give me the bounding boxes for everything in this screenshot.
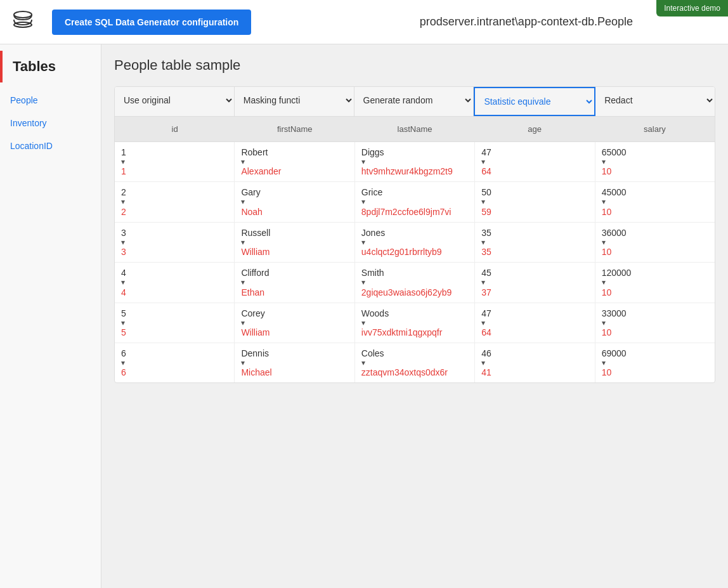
sidebar-tables-header: Tables bbox=[0, 51, 101, 82]
sidebar-item-people[interactable]: People bbox=[0, 89, 101, 112]
svg-point-0 bbox=[14, 11, 32, 18]
original-salary-row3: 36000 bbox=[602, 228, 627, 238]
dropdown-generate-random[interactable]: Generate random bbox=[354, 87, 474, 116]
original-lastName-row2: Grice bbox=[361, 187, 382, 197]
interactive-demo-badge: Interactive demo bbox=[656, 0, 728, 16]
data-cell-lastName-row4: Smith▾2giqeu3waiaso6j62yb9 bbox=[355, 263, 475, 302]
original-lastName-row1: Diggs bbox=[361, 147, 384, 157]
data-cell-firstName-row3: Russell▾William bbox=[235, 223, 354, 262]
arrow-lastName-row5: ▾ bbox=[361, 318, 365, 327]
masked-firstName-row5: William bbox=[241, 327, 270, 337]
dropdown-use-original[interactable]: Use original bbox=[115, 87, 235, 116]
data-cell-lastName-row5: Woods▾ivv75xdktmi1qgxpqfr bbox=[355, 303, 475, 343]
data-cell-lastName-row1: Diggs▾htv9mhzwur4kbgzm2t9 bbox=[355, 142, 475, 181]
data-cell-age-row1: 47▾64 bbox=[475, 142, 595, 181]
column-headers: id firstName lastName age salary bbox=[115, 117, 715, 142]
data-cell-firstName-row6: Dennis▾Michael bbox=[235, 343, 354, 382]
original-salary-row5: 33000 bbox=[602, 308, 627, 318]
top-bar: Create SQL Data Generator configuration … bbox=[0, 0, 728, 44]
masked-id-row2: 2 bbox=[121, 207, 126, 217]
data-cell-salary-row5: 33000▾10 bbox=[595, 303, 715, 343]
original-lastName-row6: Coles bbox=[361, 348, 384, 358]
sidebar-item-locationid[interactable]: LocationID bbox=[0, 134, 101, 157]
data-cell-lastName-row6: Coles▾zztaqvm34oxtqs0dx6r bbox=[355, 343, 475, 382]
original-age-row3: 35 bbox=[481, 228, 491, 238]
masked-lastName-row4: 2giqeu3waiaso6j62yb9 bbox=[361, 287, 452, 297]
data-cell-id-row2: 2▾2 bbox=[115, 182, 235, 221]
data-cell-id-row3: 3▾3 bbox=[115, 223, 235, 262]
original-firstName-row3: Russell bbox=[241, 228, 270, 238]
masked-id-row1: 1 bbox=[121, 166, 126, 176]
logo-icon bbox=[13, 10, 33, 34]
dropdown-statistic-equivale[interactable]: Statistic equivale bbox=[474, 87, 595, 116]
data-cell-lastName-row3: Jones▾u4clqct2g01rbrrltyb9 bbox=[355, 223, 475, 262]
original-firstName-row6: Dennis bbox=[241, 348, 269, 358]
arrow-firstName-row2: ▾ bbox=[241, 197, 245, 206]
original-id-row2: 2 bbox=[121, 187, 126, 197]
arrow-id-row3: ▾ bbox=[121, 238, 125, 247]
masked-firstName-row2: Noah bbox=[241, 207, 262, 217]
masked-age-row2: 59 bbox=[481, 207, 491, 217]
masked-age-row4: 37 bbox=[481, 287, 491, 297]
original-age-row2: 50 bbox=[481, 187, 491, 197]
arrow-firstName-row5: ▾ bbox=[241, 318, 245, 327]
dropdown-redact[interactable]: Redact bbox=[595, 87, 715, 116]
table-row: 3▾3Russell▾WilliamJones▾u4clqct2g01rbrrl… bbox=[115, 223, 715, 263]
data-cell-salary-row2: 45000▾10 bbox=[595, 182, 715, 221]
main-content: People table sample Use original Masking… bbox=[101, 44, 728, 588]
redact-select[interactable]: Redact bbox=[595, 87, 715, 114]
arrow-lastName-row2: ▾ bbox=[361, 197, 365, 206]
arrow-salary-row6: ▾ bbox=[602, 358, 606, 367]
arrow-lastName-row6: ▾ bbox=[361, 358, 365, 367]
table-row: 2▾2Gary▾NoahGrice▾8pdjl7m2ccfoe6l9jm7vi5… bbox=[115, 182, 715, 222]
original-id-row4: 4 bbox=[121, 268, 126, 278]
arrow-firstName-row4: ▾ bbox=[241, 278, 245, 287]
arrow-id-row5: ▾ bbox=[121, 318, 125, 327]
arrow-salary-row4: ▾ bbox=[602, 278, 606, 287]
masked-lastName-row3: u4clqct2g01rbrrltyb9 bbox=[361, 247, 442, 257]
col-header-id: id bbox=[115, 117, 235, 141]
masked-lastName-row5: ivv75xdktmi1qgxpqfr bbox=[361, 327, 443, 337]
masked-age-row6: 41 bbox=[481, 367, 491, 377]
masked-salary-row4: 10 bbox=[602, 287, 612, 297]
data-cell-firstName-row1: Robert▾Alexander bbox=[235, 142, 354, 181]
masked-firstName-row3: William bbox=[241, 247, 270, 257]
data-cell-id-row6: 6▾6 bbox=[115, 343, 235, 382]
original-salary-row4: 120000 bbox=[602, 268, 632, 278]
server-title: prodserver.intranet\app-context-db.Peopl… bbox=[420, 15, 633, 29]
dropdown-masking-functi[interactable]: Masking functi bbox=[235, 87, 354, 116]
masked-firstName-row6: Michael bbox=[241, 367, 271, 377]
generate-random-select[interactable]: Generate random bbox=[354, 87, 474, 114]
col-header-salary: salary bbox=[595, 117, 715, 141]
masked-id-row6: 6 bbox=[121, 367, 126, 377]
masking-functi-select[interactable]: Masking functi bbox=[235, 87, 354, 114]
masked-firstName-row4: Ethan bbox=[241, 287, 264, 297]
arrow-firstName-row6: ▾ bbox=[241, 358, 245, 367]
use-original-select[interactable]: Use original bbox=[115, 87, 234, 114]
arrow-age-row3: ▾ bbox=[481, 238, 485, 247]
data-cell-firstName-row2: Gary▾Noah bbox=[235, 182, 354, 221]
sidebar: Tables People Inventory LocationID bbox=[0, 44, 101, 588]
original-id-row3: 3 bbox=[121, 228, 126, 238]
sidebar-item-inventory[interactable]: Inventory bbox=[0, 112, 101, 134]
masked-lastName-row6: zztaqvm34oxtqs0dx6r bbox=[361, 367, 448, 377]
masked-salary-row2: 10 bbox=[602, 207, 612, 217]
original-salary-row6: 69000 bbox=[602, 348, 627, 358]
arrow-lastName-row1: ▾ bbox=[361, 157, 365, 166]
original-id-row6: 6 bbox=[121, 348, 126, 358]
create-sql-config-button[interactable]: Create SQL Data Generator configuration bbox=[52, 10, 251, 35]
arrow-salary-row5: ▾ bbox=[602, 318, 606, 327]
data-cell-salary-row4: 120000▾10 bbox=[595, 263, 715, 302]
original-lastName-row5: Woods bbox=[361, 308, 389, 318]
statistic-equivale-select[interactable]: Statistic equivale bbox=[475, 88, 594, 115]
data-cell-age-row2: 50▾59 bbox=[475, 182, 595, 221]
original-age-row4: 45 bbox=[481, 268, 491, 278]
col-header-age: age bbox=[475, 117, 595, 141]
arrow-lastName-row4: ▾ bbox=[361, 278, 365, 287]
arrow-id-row2: ▾ bbox=[121, 197, 125, 206]
arrow-salary-row3: ▾ bbox=[602, 238, 606, 247]
original-firstName-row4: Clifford bbox=[241, 268, 269, 278]
table-row: 6▾6Dennis▾MichaelColes▾zztaqvm34oxtqs0dx… bbox=[115, 343, 715, 382]
arrow-id-row4: ▾ bbox=[121, 278, 125, 287]
masked-age-row1: 64 bbox=[481, 166, 491, 176]
